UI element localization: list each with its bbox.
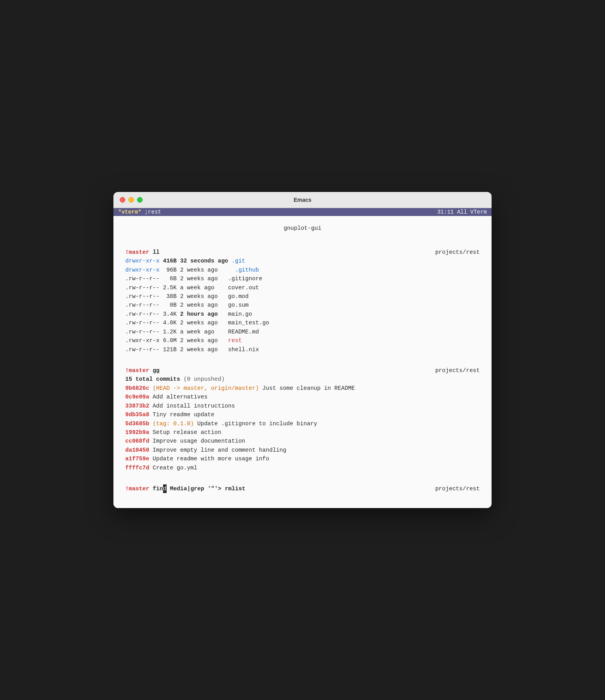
- terminal-content[interactable]: gnuplot-gui !master ll projects/rest drw…: [113, 216, 492, 508]
- commit-a1f759e: a1f759e Update readme with more usage in…: [125, 454, 480, 463]
- file-shellnix: .rw-r--r-- 121B 2 weeks ago shell.nix: [125, 345, 480, 354]
- window-title: Emacs: [293, 197, 311, 203]
- maximize-button[interactable]: [137, 197, 143, 203]
- commit-ffffc7d: ffffc7d Create go.yml: [125, 464, 480, 472]
- commit-1992b9a: 1992b9a Setup release action: [125, 428, 480, 437]
- file-maintestgo: .rw-r--r-- 4.0K 2 weeks ago main_test.go: [125, 318, 480, 327]
- file-git: drwxr-xr-x 416B 32 seconds ago .git: [125, 257, 480, 265]
- file-rest: .rwxr-xr-x 6.0M 2 weeks ago rest: [125, 336, 480, 345]
- ll-prompt-line: !master ll projects/rest: [125, 248, 480, 257]
- commit-9b6826c: 9b6826c (HEAD -> master, origin/master) …: [125, 384, 480, 393]
- commit-count-line: 15 total commits (0 unpushed): [125, 375, 480, 384]
- find-prompt-line: !master find Media|grep '"'> rmlist proj…: [125, 484, 480, 493]
- traffic-lights: [120, 197, 143, 203]
- commit-da10450: da10450 Improve empty line and comment h…: [125, 446, 480, 454]
- find-prompt-full: !master find Media|grep '"'> rmlist: [125, 484, 245, 493]
- title-bar: Emacs: [113, 192, 492, 208]
- ll-section: !master ll projects/rest drwxr-xr-x 416B…: [125, 248, 480, 354]
- find-cmd-pre: fin: [153, 486, 163, 492]
- file-gosum: .rw-r--r-- 0B 2 weeks ago go.sum: [125, 301, 480, 309]
- ll-cmd: ll: [153, 249, 160, 255]
- ll-prompt: !master: [125, 249, 149, 255]
- gg-prompt: !master: [125, 367, 149, 374]
- minimize-button[interactable]: [128, 197, 134, 203]
- find-dir: projects/rest: [435, 484, 480, 493]
- ll-prompt-full: !master ll: [125, 248, 160, 257]
- gg-section: !master gg projects/rest 15 total commit…: [125, 366, 480, 473]
- find-section: !master find Media|grep '"'> rmlist proj…: [125, 484, 480, 493]
- file-cover: .rw-r--r-- 2.5K a week ago cover.out: [125, 283, 480, 292]
- commit-0c9e09a: 0c9e09a Add alternatives: [125, 393, 480, 401]
- find-cmd-post: Media|grep '"'> rmlist: [167, 486, 245, 492]
- file-gomod: .rw-r--r-- 38B 2 weeks ago go.mod: [125, 292, 480, 301]
- commit-9db35a8: 9db35a8 Tiny readme update: [125, 410, 480, 419]
- modeline-left: *vterm* ;rest: [118, 209, 161, 215]
- gg-prompt-line: !master gg projects/rest: [125, 366, 480, 375]
- file-github: drwxr-xr-x 96B 2 weeks ago .github: [125, 266, 480, 274]
- gg-dir: projects/rest: [435, 366, 480, 375]
- cursor: d: [163, 484, 167, 493]
- commit-cc068fd: cc068fd Improve usage documentation: [125, 437, 480, 445]
- commit-33873b2: 33873b2 Add install instructions: [125, 402, 480, 410]
- close-button[interactable]: [120, 197, 125, 203]
- gg-cmd: gg: [153, 367, 160, 374]
- active-buffer-name: *vterm*: [118, 209, 141, 215]
- emacs-window: Emacs *vterm* ;rest 31:11 All VTerm gnup…: [113, 192, 492, 508]
- modeline: *vterm* ;rest 31:11 All VTerm: [113, 208, 492, 216]
- modeline-right: 31:11 All VTerm: [437, 209, 487, 215]
- find-prompt: !master: [125, 486, 149, 492]
- modeline-rest: ;rest: [141, 209, 161, 215]
- gg-prompt-full: !master gg: [125, 366, 160, 375]
- file-gitignore: .rw-r--r-- 6B 2 weeks ago .gitignore: [125, 274, 480, 283]
- file-maingo: .rw-r--r-- 3.4K 2 hours ago main.go: [125, 310, 480, 318]
- center-title: gnuplot-gui: [125, 224, 480, 233]
- ll-dir: projects/rest: [435, 248, 480, 257]
- commit-5d3685b: 5d3685b (tag: 0.1.0) Update .gitignore t…: [125, 419, 480, 428]
- file-readme: .rw-r--r-- 1.2K a week ago README.md: [125, 328, 480, 336]
